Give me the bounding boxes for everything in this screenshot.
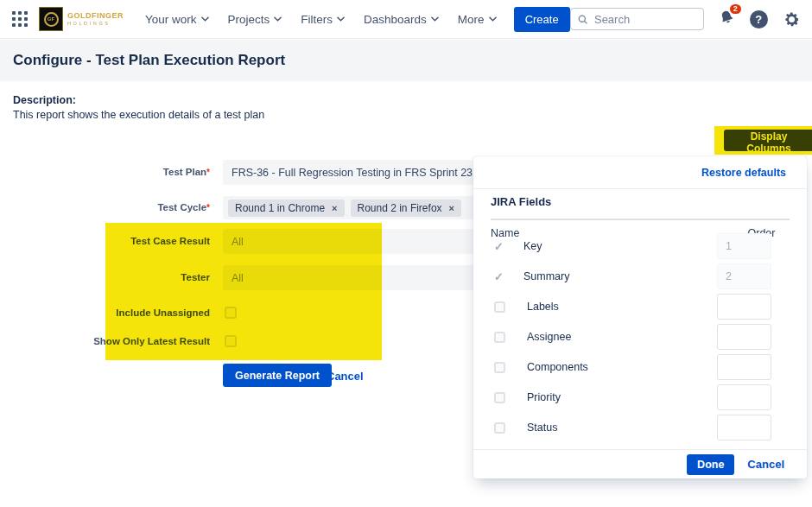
order-input[interactable] xyxy=(717,324,771,350)
order-input[interactable] xyxy=(717,233,771,259)
test-plan-label: Test Plan* xyxy=(50,167,210,178)
required-marker: * xyxy=(206,203,210,212)
tester-label: Tester xyxy=(50,272,210,283)
nav-menu-item-your-work[interactable]: Your work xyxy=(136,0,219,38)
test-plan-value: FRS-36 - Full Regression Testing in FRS … xyxy=(232,167,503,179)
test-cycle-tag: Round 2 in Firefox × xyxy=(351,200,462,217)
tag-remove-icon[interactable]: × xyxy=(449,203,454,213)
notifications-button[interactable]: 2 xyxy=(719,10,735,29)
field-checkbox[interactable] xyxy=(494,362,505,373)
field-row-label: Priority xyxy=(527,391,561,403)
order-input[interactable] xyxy=(717,415,771,440)
panel-header: Restore defaults xyxy=(473,156,807,189)
logo-sub-text: HOLDINGS xyxy=(67,21,124,26)
search-box[interactable] xyxy=(570,8,704,30)
field-row-labels: Labels xyxy=(491,292,790,322)
form-cancel-link[interactable]: Cancel xyxy=(327,370,364,383)
nav-menu-item-label: More xyxy=(458,13,485,26)
field-row-status: Status xyxy=(491,413,790,443)
field-checkbox[interactable] xyxy=(494,332,505,343)
brand-logo[interactable]: GF GOLDFINGER HOLDINGS xyxy=(39,7,124,31)
order-input[interactable] xyxy=(717,294,771,320)
show-only-latest-result-checkbox[interactable] xyxy=(225,335,237,347)
field-row-label: Assignee xyxy=(527,331,571,343)
field-checkbox[interactable] xyxy=(494,392,505,403)
nav-menu-item-projects[interactable]: Projects xyxy=(219,0,292,38)
main-menu: Your work Projects Filters Dashboards Mo… xyxy=(136,0,506,38)
app-switcher-icon[interactable] xyxy=(12,11,28,27)
settings-gear-icon[interactable] xyxy=(783,10,801,29)
tag-label: Round 2 in Firefox xyxy=(358,202,442,214)
field-row-label: Summary xyxy=(523,270,569,282)
chevron-down-icon xyxy=(201,16,209,22)
help-button[interactable]: ? xyxy=(750,10,768,29)
chevron-down-icon xyxy=(431,16,439,22)
field-row-label: Key xyxy=(523,240,542,252)
field-row-assignee: Assignee xyxy=(491,322,790,352)
test-cycle-label: Test Cycle* xyxy=(50,202,210,213)
include-unassigned-checkbox[interactable] xyxy=(225,307,237,319)
search-icon xyxy=(578,14,587,25)
display-columns-button[interactable]: Display Columns xyxy=(724,130,812,151)
checked-icon[interactable]: ✓ xyxy=(491,270,510,283)
generate-report-button[interactable]: Generate Report xyxy=(223,364,332,387)
test-cycle-tag: Round 1 in Chrome × xyxy=(228,200,345,217)
page-title-bar: Configure - Test Plan Execution Report xyxy=(0,40,812,81)
field-row-components: Components xyxy=(491,352,790,383)
nav-menu-item-filters[interactable]: Filters xyxy=(291,0,354,38)
chevron-down-icon xyxy=(337,16,345,22)
order-input[interactable] xyxy=(717,384,771,410)
app-window: GF GOLDFINGER HOLDINGS Your work Project… xyxy=(0,0,812,507)
panel-cancel-link[interactable]: Cancel xyxy=(747,458,784,471)
field-checkbox[interactable] xyxy=(494,301,505,313)
top-navigation: GF GOLDFINGER HOLDINGS Your work Project… xyxy=(0,0,812,39)
create-button[interactable]: Create xyxy=(514,7,570,32)
logo-brand-text: GOLDFINGER xyxy=(67,12,124,21)
show-only-latest-result-label: Show Only Latest Result xyxy=(50,336,210,347)
search-input[interactable] xyxy=(593,12,696,27)
order-input[interactable] xyxy=(717,354,771,380)
include-unassigned-label: Include Unassigned xyxy=(50,307,210,319)
field-row-label: Components xyxy=(527,361,588,373)
field-row-label: Labels xyxy=(527,301,559,313)
required-marker: * xyxy=(206,168,210,177)
nav-menu-item-label: Projects xyxy=(228,13,270,26)
field-row-label: Status xyxy=(527,421,557,434)
nav-menu-item-label: Filters xyxy=(301,13,333,26)
logo-emblem-icon: GF xyxy=(39,7,63,31)
test-case-result-label: Test Case Result xyxy=(50,236,210,247)
jira-fields-heading: JIRA Fields xyxy=(491,195,551,208)
panel-footer: Done Cancel xyxy=(473,449,807,478)
field-row-priority: Priority xyxy=(491,383,790,413)
tag-label: Round 1 in Chrome xyxy=(235,202,325,214)
done-button[interactable]: Done xyxy=(687,454,734,475)
test-case-result-value: All xyxy=(232,236,244,248)
checked-icon[interactable]: ✓ xyxy=(491,240,510,253)
tag-remove-icon[interactable]: × xyxy=(332,203,337,213)
nav-menu-item-label: Your work xyxy=(145,13,197,26)
field-row-key: ✓ Key xyxy=(491,231,790,262)
tester-value: All xyxy=(232,272,244,284)
field-checkbox[interactable] xyxy=(494,422,505,434)
order-input[interactable] xyxy=(717,263,771,289)
notification-badge: 2 xyxy=(728,3,743,16)
restore-defaults-link[interactable]: Restore defaults xyxy=(701,167,786,179)
field-row-summary: ✓ Summary xyxy=(491,262,790,292)
chevron-down-icon xyxy=(489,16,497,22)
chevron-down-icon xyxy=(274,16,282,22)
description-label: Description: xyxy=(13,94,76,106)
nav-menu-item-more[interactable]: More xyxy=(448,0,506,38)
page-title: Configure - Test Plan Execution Report xyxy=(13,52,285,69)
nav-right-cluster: 2 ? xyxy=(570,8,812,30)
description-text: This report shows the execution details … xyxy=(13,109,264,121)
display-columns-panel: Restore defaults JIRA Fields Name Order … xyxy=(473,156,807,478)
nav-menu-item-label: Dashboards xyxy=(364,13,427,26)
nav-menu-item-dashboards[interactable]: Dashboards xyxy=(354,0,448,38)
